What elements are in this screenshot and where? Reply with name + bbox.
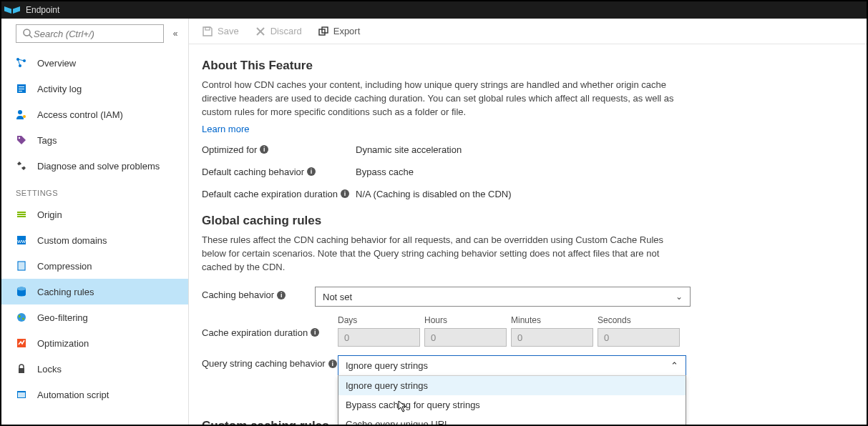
nav-automation-script[interactable]: Automation script	[1, 382, 188, 407]
nav-label: Overview	[37, 58, 76, 69]
overview-icon	[16, 57, 27, 69]
svg-point-13	[19, 137, 20, 139]
main-panel: Save Discard Export About This Feature C…	[189, 19, 867, 425]
svg-line-6	[18, 59, 20, 66]
qsc-dropdown: Ignore query strings Bypass caching for …	[338, 375, 686, 425]
nav-label: Caching rules	[37, 287, 94, 297]
nav-access-control[interactable]: Access control (IAM)	[1, 101, 188, 127]
export-button[interactable]: Export	[318, 26, 361, 37]
qsc-selected-value: Ignore query strings	[346, 360, 428, 371]
info-icon[interactable]: i	[307, 167, 316, 176]
default-caching-behavior-label: Default caching behavior i	[202, 167, 356, 177]
qsc-option-ignore[interactable]: Ignore query strings	[338, 376, 686, 395]
svg-point-12	[23, 115, 26, 118]
save-button[interactable]: Save	[202, 26, 239, 37]
nav-diagnose[interactable]: Diagnose and solve problems	[1, 153, 188, 179]
svg-point-23	[17, 313, 26, 322]
nav-caching-rules[interactable]: Caching rules	[1, 279, 188, 304]
caching-behavior-select[interactable]: Not set ⌄	[315, 287, 691, 307]
svg-point-22	[17, 287, 26, 291]
learn-more-link[interactable]: Learn more	[202, 124, 249, 134]
export-label: Export	[333, 26, 361, 36]
optimized-for-value: Dynamic site acceleration	[356, 144, 462, 155]
svg-rect-25	[19, 368, 24, 373]
nav-geo-filtering[interactable]: Geo-filtering	[1, 304, 188, 330]
minutes-label: Minutes	[511, 315, 598, 325]
days-label: Days	[338, 315, 424, 325]
collapse-sidebar-button[interactable]: «	[168, 29, 182, 39]
optimized-for-label: Optimized for i	[202, 144, 356, 155]
chevron-up-icon: ⌃	[670, 360, 678, 371]
query-string-caching-label: Query string caching behavior i	[202, 355, 338, 369]
qsc-option-cache-unique[interactable]: Cache every unique URL	[338, 415, 686, 425]
svg-rect-27	[18, 392, 25, 397]
nav-label: Diagnose and solve problems	[37, 161, 160, 172]
nav-compression[interactable]: Compression	[1, 253, 188, 279]
default-cache-expiration-label: Default cache expiration duration i	[202, 189, 356, 199]
nav-locks[interactable]: Locks	[1, 356, 188, 382]
custom-domains-icon: ww	[16, 234, 27, 246]
nav-optimization[interactable]: Optimization	[1, 330, 188, 356]
nav-tags[interactable]: Tags	[1, 127, 188, 153]
svg-rect-28	[205, 27, 210, 30]
svg-rect-14	[17, 212, 26, 213]
discard-button[interactable]: Discard	[255, 26, 302, 37]
svg-rect-20	[19, 262, 24, 269]
access-control-icon	[16, 109, 27, 120]
settings-header: SETTINGS	[1, 179, 188, 202]
seconds-input	[598, 328, 680, 347]
nav-label: Compression	[37, 261, 92, 272]
discard-icon	[255, 26, 266, 37]
svg-text:ww: ww	[16, 238, 26, 244]
cache-expiration-label: Cache expiration duration i	[202, 325, 338, 338]
qsc-option-bypass[interactable]: Bypass caching for query strings	[338, 395, 686, 415]
nav-origin[interactable]: Origin	[1, 202, 188, 227]
hours-input	[424, 328, 507, 347]
svg-point-0	[24, 29, 30, 36]
info-icon[interactable]: i	[311, 328, 319, 337]
minutes-input	[511, 328, 593, 347]
nav-label: Activity log	[37, 84, 82, 94]
search-icon	[22, 28, 34, 39]
optimization-icon	[16, 337, 27, 349]
geo-filtering-icon	[16, 312, 27, 323]
default-caching-behavior-value: Bypass cache	[356, 167, 414, 177]
sidebar: « Overview Activity log Access control (…	[1, 19, 189, 425]
query-string-caching-select[interactable]: Ignore query strings ⌃ Ignore query stri…	[338, 355, 686, 425]
caching-behavior-value: Not set	[323, 292, 352, 302]
tags-icon	[16, 134, 27, 146]
nav-activity-log[interactable]: Activity log	[1, 76, 188, 101]
nav-label: Custom domains	[37, 235, 107, 246]
svg-rect-16	[17, 216, 26, 217]
locks-icon	[16, 363, 27, 375]
search-box[interactable]	[16, 24, 164, 43]
global-title: Global caching rules	[202, 214, 857, 228]
nav-custom-domains[interactable]: ww Custom domains	[1, 227, 188, 253]
info-icon[interactable]: i	[328, 360, 337, 368]
seconds-label: Seconds	[598, 315, 684, 325]
nav-label: Access control (IAM)	[37, 109, 123, 120]
nav-overview[interactable]: Overview	[1, 50, 188, 76]
svg-rect-8	[19, 86, 24, 87]
svg-rect-15	[17, 214, 26, 215]
toolbar: Save Discard Export	[189, 19, 867, 44]
origin-icon	[16, 209, 27, 220]
hours-label: Hours	[424, 315, 511, 325]
info-icon[interactable]: i	[260, 145, 268, 154]
info-icon[interactable]: i	[341, 189, 349, 198]
activity-log-icon	[16, 83, 27, 94]
search-input[interactable]	[34, 29, 157, 39]
automation-script-icon	[16, 389, 27, 400]
svg-rect-9	[19, 89, 24, 89]
days-input	[338, 328, 420, 347]
nav-label: Optimization	[37, 338, 89, 349]
svg-point-11	[18, 110, 22, 114]
about-description: Control how CDN caches your content, inc…	[202, 79, 688, 119]
endpoint-icon	[4, 6, 20, 14]
info-icon[interactable]: i	[277, 291, 286, 299]
nav-label: Tags	[37, 135, 57, 146]
svg-rect-10	[19, 91, 22, 91]
svg-line-1	[29, 35, 32, 38]
diagnose-icon	[16, 160, 27, 172]
save-label: Save	[218, 26, 239, 36]
